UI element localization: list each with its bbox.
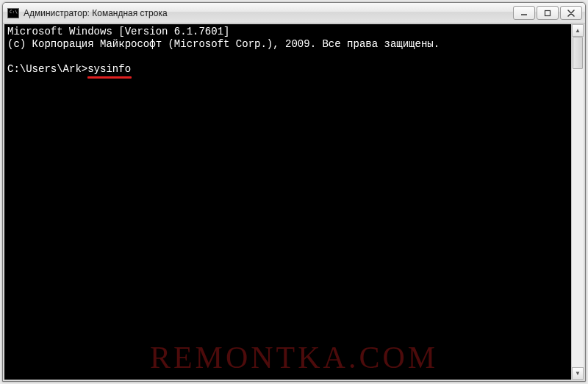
command-text: sysinfo — [87, 63, 131, 75]
command-prompt-window: C:\ Администратор: Командная строка Micr… — [2, 2, 586, 382]
cmd-icon: C:\ — [7, 8, 19, 18]
scroll-thumb[interactable] — [573, 37, 583, 69]
window-title: Администратор: Командная строка — [24, 8, 513, 18]
scroll-track[interactable] — [572, 37, 584, 367]
prompt: C:\Users\Ark> — [7, 63, 87, 75]
client-area: Microsoft Windows [Version 6.1.7601] (c)… — [3, 23, 585, 381]
scroll-down-button[interactable]: ▼ — [572, 367, 584, 380]
version-line: Microsoft Windows [Version 6.1.7601] — [7, 26, 229, 37]
highlight-underline — [87, 76, 132, 79]
window-controls — [513, 6, 582, 20]
command-input: sysinfo — [87, 63, 131, 76]
vertical-scrollbar[interactable]: ▲ ▼ — [571, 24, 584, 380]
copyright-line: (c) Корпорация Майкрософт (Microsoft Cor… — [7, 38, 440, 50]
maximize-button[interactable] — [537, 6, 559, 20]
minimize-button[interactable] — [513, 6, 535, 20]
close-button[interactable] — [560, 6, 582, 20]
terminal-output[interactable]: Microsoft Windows [Version 6.1.7601] (c)… — [4, 24, 571, 380]
cmd-icon-text: C:\ — [10, 10, 18, 14]
svg-rect-1 — [545, 10, 551, 15]
titlebar[interactable]: C:\ Администратор: Командная строка — [3, 3, 585, 23]
scroll-up-button[interactable]: ▲ — [572, 24, 584, 37]
